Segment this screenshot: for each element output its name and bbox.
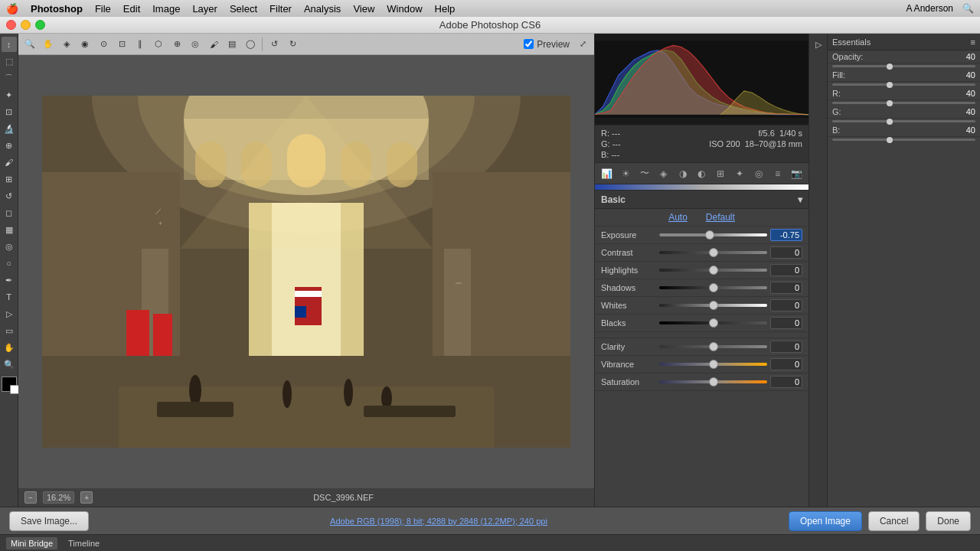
- highlights-slider[interactable]: [659, 269, 767, 272]
- menu-edit[interactable]: Edit: [123, 3, 140, 15]
- b-slider[interactable]: [832, 139, 975, 141]
- image-area[interactable]: + +: [18, 55, 594, 488]
- whites-value[interactable]: [770, 299, 802, 311]
- saturation-value[interactable]: [770, 376, 802, 388]
- clarity-value[interactable]: [770, 341, 802, 353]
- search-icon[interactable]: 🔍: [962, 3, 974, 14]
- done-button[interactable]: Done: [926, 511, 971, 531]
- tab-camera-calib[interactable]: ◎: [750, 165, 768, 182]
- blur-tool[interactable]: ◎: [2, 239, 17, 254]
- tab-tonecurve[interactable]: 〜: [636, 165, 654, 182]
- eyedropper-tool[interactable]: 🔬: [2, 121, 17, 136]
- history-brush[interactable]: ↺: [2, 188, 17, 204]
- g-slider[interactable]: [832, 120, 975, 122]
- color-sample-tool[interactable]: ◉: [77, 36, 93, 53]
- crop-tool-cr[interactable]: ⊡: [113, 36, 130, 53]
- close-button[interactable]: [6, 20, 16, 30]
- hand-tool-cr[interactable]: ✋: [40, 36, 57, 53]
- menu-filter[interactable]: Filter: [270, 3, 292, 15]
- move-tool[interactable]: ↕: [2, 37, 17, 52]
- highlights-value[interactable]: [770, 264, 802, 276]
- cancel-button[interactable]: Cancel: [868, 511, 920, 531]
- apple-menu[interactable]: 🍎: [6, 3, 18, 15]
- preview-checkbox[interactable]: [524, 39, 534, 49]
- lasso-tool[interactable]: ⌒: [2, 70, 17, 86]
- contrast-slider[interactable]: [659, 251, 767, 254]
- brush-tool[interactable]: 🖌: [2, 155, 17, 170]
- blacks-slider[interactable]: [659, 321, 767, 324]
- full-screen-toggle[interactable]: ⤢: [574, 36, 591, 53]
- zoom-in-button[interactable]: +: [80, 491, 93, 504]
- wand-tool[interactable]: ✦: [2, 87, 17, 103]
- heal-tool[interactable]: ⊕: [2, 138, 17, 153]
- gradient-tool[interactable]: ▦: [2, 222, 17, 237]
- menu-select[interactable]: Select: [230, 3, 257, 15]
- save-image-button[interactable]: Save Image...: [9, 511, 89, 531]
- tab-presets[interactable]: ≡: [769, 165, 786, 182]
- opacity-slider[interactable]: [832, 65, 975, 67]
- default-button[interactable]: Default: [706, 212, 735, 223]
- menu-window[interactable]: Window: [387, 3, 422, 15]
- blacks-value[interactable]: [770, 317, 802, 329]
- zoom-out-button[interactable]: −: [24, 491, 37, 504]
- shadows-value[interactable]: [770, 282, 802, 294]
- saturation-slider[interactable]: [659, 380, 767, 383]
- path-tool[interactable]: ▷: [2, 306, 17, 321]
- adj-brush[interactable]: 🖌: [205, 36, 222, 53]
- menu-image[interactable]: Image: [152, 3, 180, 15]
- vibrance-slider[interactable]: [659, 363, 767, 366]
- vibrance-value[interactable]: [770, 358, 802, 370]
- tab-snapshots[interactable]: 📷: [788, 165, 805, 182]
- mini-bridge-tab[interactable]: Mini Bridge: [6, 537, 57, 549]
- dodge-tool[interactable]: ○: [2, 256, 17, 271]
- eraser-tool[interactable]: ◻: [2, 205, 17, 220]
- fill-slider[interactable]: [832, 83, 975, 86]
- collapse-right-panel[interactable]: ▷: [811, 37, 826, 52]
- tab-detail[interactable]: ◈: [655, 165, 672, 182]
- timeline-tab[interactable]: Timeline: [64, 537, 104, 549]
- menu-layer[interactable]: Layer: [192, 3, 217, 15]
- shape-tool[interactable]: ▭: [2, 323, 17, 338]
- whites-slider[interactable]: [659, 304, 767, 307]
- hand-tool[interactable]: ✋: [2, 340, 17, 355]
- crop-tool[interactable]: ⊡: [2, 104, 17, 119]
- menu-help[interactable]: Help: [435, 3, 456, 15]
- tab-wb[interactable]: ☀: [617, 165, 635, 182]
- menu-file[interactable]: File: [95, 3, 111, 15]
- spot-removal[interactable]: ⊕: [168, 36, 185, 53]
- rad-filter[interactable]: ◯: [242, 36, 259, 53]
- clarity-slider[interactable]: [659, 345, 767, 348]
- tab-splitton[interactable]: ◐: [693, 165, 710, 182]
- open-image-button[interactable]: Open Image: [789, 511, 862, 531]
- clone-tool[interactable]: ⊞: [2, 171, 17, 187]
- maximize-button[interactable]: [35, 20, 45, 30]
- wb-tool[interactable]: ◈: [58, 36, 75, 53]
- foreground-color[interactable]: [2, 377, 17, 392]
- auto-button[interactable]: Auto: [668, 212, 688, 223]
- r-slider[interactable]: [832, 102, 975, 104]
- zoom-tool-cr[interactable]: 🔍: [21, 36, 38, 53]
- rotate-cw[interactable]: ↻: [284, 36, 301, 53]
- tab-effects[interactable]: ✦: [731, 165, 749, 182]
- contrast-value[interactable]: [770, 246, 802, 259]
- zoom-value[interactable]: 16.2%: [43, 491, 74, 504]
- pen-tool[interactable]: ✒: [2, 272, 17, 288]
- image-info[interactable]: Adobe RGB (1998); 8 bit; 4288 by 2848 (1…: [95, 517, 782, 526]
- redeye-tool[interactable]: ◎: [187, 36, 204, 53]
- menu-analysis[interactable]: Analysis: [304, 3, 341, 15]
- exposure-slider[interactable]: [659, 233, 767, 236]
- selection-tool[interactable]: ⬚: [2, 54, 17, 69]
- minimize-button[interactable]: [21, 20, 31, 30]
- target-adj-tool[interactable]: ⊙: [95, 36, 112, 53]
- layers-menu-icon[interactable]: ≡: [971, 37, 975, 47]
- basic-panel-header[interactable]: Basic ▾: [595, 191, 808, 209]
- exposure-value[interactable]: [770, 229, 802, 241]
- rotate-ccw[interactable]: ↺: [266, 36, 283, 53]
- shadows-slider[interactable]: [659, 286, 767, 289]
- text-tool[interactable]: T: [2, 289, 17, 305]
- menu-view[interactable]: View: [353, 3, 374, 15]
- zoom-tool[interactable]: 🔍: [2, 357, 17, 372]
- grad-filter[interactable]: ▤: [224, 36, 240, 53]
- tab-hsl[interactable]: ◑: [674, 165, 691, 182]
- transform-tool[interactable]: ⬡: [150, 36, 167, 53]
